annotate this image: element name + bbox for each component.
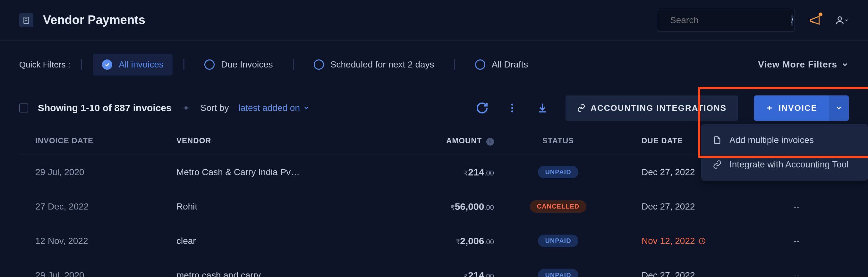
plus-icon: [766, 104, 773, 112]
cell-due-date: Nov 12, 2022: [622, 236, 760, 246]
col-header-vendor[interactable]: VENDOR: [177, 136, 375, 145]
view-more-label: View More Filters: [758, 59, 837, 70]
cell-invoice-date: 27 Dec, 2022: [35, 201, 177, 212]
search-input[interactable]: [670, 15, 785, 25]
dropdown-item-label: Integrate with Accounting Tool: [730, 159, 849, 170]
status-badge: UNPAID: [538, 269, 578, 277]
cell-status: CANCELLED: [494, 200, 622, 213]
filter-due-invoices[interactable]: Due Invoices: [195, 54, 282, 76]
divider: [293, 59, 294, 70]
dropdown-integrate[interactable]: Integrate with Accounting Tool: [701, 152, 868, 177]
divider: [81, 59, 82, 70]
filter-label: Scheduled for next 2 days: [331, 59, 434, 70]
announcements-icon[interactable]: [808, 13, 822, 27]
invoice-dropdown-toggle[interactable]: [829, 95, 849, 121]
check-circle-icon: [102, 59, 112, 70]
cell-actions: --: [760, 270, 833, 277]
chevron-down-icon: [303, 105, 310, 111]
col-header-invoice-date[interactable]: INVOICE DATE: [35, 136, 177, 145]
filter-label: All Drafts: [492, 59, 528, 70]
cell-invoice-date: 12 Nov, 2022: [35, 236, 177, 246]
sort-by-value: latest added on: [239, 103, 300, 113]
filter-all-invoices[interactable]: All invoices: [93, 54, 173, 76]
sort-by-label: Sort by: [200, 103, 229, 113]
cell-actions: --: [760, 201, 833, 212]
accounting-integrations-button[interactable]: ACCOUNTING INTEGRATIONS: [565, 95, 738, 121]
link-icon: [713, 160, 722, 169]
list-toolbar: Showing 1-10 of 887 invoices Sort by lat…: [0, 89, 868, 127]
filter-all-drafts[interactable]: All Drafts: [466, 54, 537, 76]
amount-header-text: AMOUNT: [446, 136, 482, 145]
svg-point-3: [511, 104, 513, 106]
cell-due-date: Dec 27, 2022: [622, 270, 760, 277]
app-header: Vendor Payments /: [0, 0, 868, 40]
circle-icon: [314, 59, 324, 70]
filter-label: Due Invoices: [221, 59, 273, 70]
clock-icon: [698, 237, 706, 245]
cell-status: UNPAID: [494, 234, 622, 247]
cell-status: UNPAID: [494, 269, 622, 277]
receipt-icon: [19, 13, 33, 27]
search-kbd-hint: /: [791, 15, 793, 26]
svg-point-4: [511, 107, 513, 109]
cell-amount: ₹214.00: [375, 270, 494, 277]
link-icon: [577, 104, 585, 112]
showing-count: Showing 1-10 of 887 invoices: [38, 103, 172, 113]
cell-due-date: Dec 27, 2022: [622, 201, 760, 212]
profile-icon[interactable]: [835, 13, 849, 27]
cell-vendor: metro cash and carry: [177, 270, 375, 277]
col-header-amount[interactable]: AMOUNT i: [375, 136, 494, 145]
cell-invoice-date: 29 Jul, 2020: [35, 167, 177, 177]
svg-point-2: [838, 17, 842, 20]
cell-invoice-date: 29 Jul, 2020: [35, 270, 177, 277]
cell-vendor: Metro Cash & Carry India Pv…: [177, 167, 375, 177]
cell-amount: ₹214.00: [375, 167, 494, 178]
cell-amount: ₹2,006.00: [375, 236, 494, 247]
cell-vendor: Rohit: [177, 201, 375, 212]
accounting-integrations-label: ACCOUNTING INTEGRATIONS: [591, 103, 726, 113]
page-title: Vendor Payments: [43, 13, 145, 27]
invoice-dropdown-menu: Add multiple invoices Integrate with Acc…: [701, 124, 868, 181]
chevron-down-icon: [841, 61, 849, 68]
refresh-icon[interactable]: [475, 101, 489, 115]
filter-label: All invoices: [119, 59, 163, 70]
table-row[interactable]: 29 Jul, 2020metro cash and carry₹214.00U…: [19, 258, 849, 277]
status-badge: UNPAID: [538, 166, 578, 178]
dropdown-add-multiple[interactable]: Add multiple invoices: [701, 128, 868, 152]
view-more-filters[interactable]: View More Filters: [758, 59, 849, 70]
search-box[interactable]: /: [657, 9, 795, 32]
new-invoice-button[interactable]: INVOICE: [754, 95, 829, 121]
separator-dot: [184, 106, 188, 110]
status-badge: CANCELLED: [530, 200, 586, 213]
filter-scheduled[interactable]: Scheduled for next 2 days: [305, 54, 443, 76]
cell-amount: ₹56,000.00: [375, 201, 494, 212]
table-row[interactable]: 27 Dec, 2022Rohit₹56,000.00CANCELLEDDec …: [19, 189, 849, 224]
invoice-button-label: INVOICE: [778, 103, 817, 113]
col-header-status[interactable]: STATUS: [494, 136, 622, 145]
cell-actions: --: [760, 236, 833, 246]
document-icon: [713, 136, 722, 145]
info-icon[interactable]: i: [486, 138, 494, 145]
table-row[interactable]: 12 Nov, 2022clear₹2,006.00UNPAIDNov 12, …: [19, 224, 849, 258]
cell-vendor: clear: [177, 236, 375, 246]
circle-icon: [475, 59, 485, 70]
sort-by-dropdown[interactable]: latest added on: [239, 103, 310, 113]
quick-filters-label: Quick Filters :: [19, 60, 70, 70]
select-all-checkbox[interactable]: [19, 104, 28, 112]
download-icon[interactable]: [535, 101, 550, 115]
more-icon[interactable]: [505, 101, 519, 115]
svg-point-5: [511, 111, 513, 112]
dropdown-item-label: Add multiple invoices: [730, 135, 814, 145]
quick-filters-bar: Quick Filters : All invoices Due Invoice…: [0, 40, 868, 89]
divider: [184, 59, 184, 70]
divider: [454, 59, 455, 70]
chevron-down-icon: [835, 105, 842, 111]
invoice-button-group: INVOICE: [754, 95, 849, 121]
cell-status: UNPAID: [494, 166, 622, 178]
status-badge: UNPAID: [538, 234, 578, 247]
circle-icon: [204, 59, 215, 70]
